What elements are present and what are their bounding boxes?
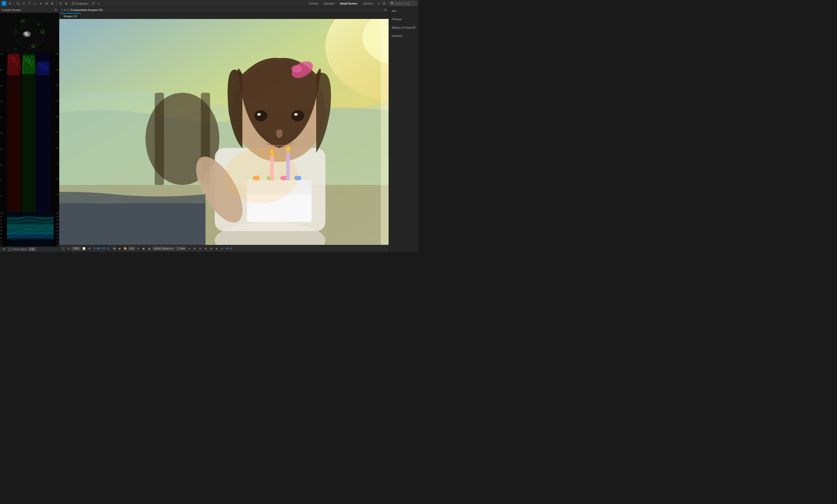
show-snapshot-icon[interactable]: ◉ [118,247,122,251]
comp-close-icon[interactable]: ✕ [61,8,63,11]
pixel-aspect-icon[interactable]: ⊟ [198,247,202,251]
svg-point-56 [294,113,298,116]
puppet-tool[interactable]: ⊛ [44,1,49,6]
svg-rect-45 [155,93,164,185]
svg-text:R: R [42,31,43,33]
rect-tool[interactable]: ⬛ [15,1,20,6]
rgb-parade-scope: 100908070605040302010 255230204178153128… [0,53,59,212]
view-select[interactable]: 1 View [176,247,186,250]
tab-default[interactable]: Default [307,1,320,6]
preview-area [59,19,389,245]
preview-timecode: 0:00:15:21 [94,247,110,250]
svg-rect-39 [7,232,54,239]
top-toolbar: V A ⬛ ✏ T ∾ ♦ ⊛ ⊗ ↺ ⊕ ✓ Snapping ⟳ ⌖ Def… [0,0,418,7]
svg-point-67 [224,148,298,203]
comp-header: ✕ ■ ⬛ Composition Scopes CU ☰ [59,7,389,13]
svg-point-23 [26,34,29,36]
rotate-tool[interactable]: ↺ [58,1,63,6]
transparency-icon[interactable]: ▣ [141,247,146,251]
snapping-label: Snapping [76,2,88,5]
workspace-icon[interactable]: ⊟ [382,1,387,6]
fit-icon[interactable]: ⬜ [82,247,86,251]
svg-point-52 [291,65,302,72]
lumetri-scopes-panel: Lumetri Scopes ☰ R [0,7,59,252]
comp-title: Composition Scopes CU [71,8,103,12]
effects-presets-label: Effects & Presets [392,26,413,29]
svg-text:Cy: Cy [15,48,17,50]
roto-tool[interactable]: ⊗ [50,1,55,6]
lumetri-menu-icon[interactable]: ☰ [55,8,57,11]
camera-dropdown-icon: ▼ [171,247,174,250]
text-tool[interactable]: T [27,1,32,6]
track-tool[interactable]: ⌖ [96,1,102,6]
preview-settings-icon[interactable]: ⊟ [66,247,71,251]
eraser-tool[interactable]: ∾ [33,1,38,6]
right-panel: Info Preview Effects & Presets ☰ Librari… [389,7,418,252]
quality-down-arrow[interactable]: ▼ [136,247,140,251]
more-workspaces[interactable]: » [376,1,381,6]
grid-icon[interactable]: ⊞ [87,247,92,251]
motion-tool[interactable]: ⟳ [91,1,96,6]
main-layout: Lumetri Scopes ☰ R [0,7,418,252]
preview-scene [59,19,389,245]
svg-rect-27 [23,55,34,74]
zoom-tool[interactable]: ⊕ [64,1,69,6]
effects-presets-panel-item[interactable]: Effects & Presets ☰ [389,23,418,32]
snapshot-icon[interactable]: 📷 [112,247,117,251]
divider4 [89,1,89,5]
toggle-masks-icon[interactable]: ◪ [147,247,152,251]
exposure-value: +0.0 [225,247,232,250]
search-input[interactable] [395,2,415,5]
preview-panel-item[interactable]: Preview [389,15,418,23]
info-panel-item[interactable]: Info [389,7,418,15]
lumetri-title: Lumetri Scopes [2,8,21,12]
waveform-svg [7,212,54,247]
preview-toolbar: ⬛ ⊟ 109% ⬜ ⊞ 0:00:15:21 📷 ◉ 🎨 Full ▼ ▣ ◪… [59,245,389,252]
svg-point-53 [254,110,267,121]
svg-rect-26 [22,53,36,212]
color-icon[interactable]: 🎨 [123,247,127,251]
bit-select[interactable]: 8 Bit [28,247,36,251]
pen-tool[interactable]: A [7,1,12,6]
snapping-checkbox[interactable]: ✓ [72,2,75,5]
scope-settings-icon[interactable]: ⚙ [1,247,6,252]
camera-select[interactable]: Active Camera ▼ [153,247,175,250]
svg-text:Mg: Mg [37,23,40,25]
safe-zones-icon[interactable]: ⊞ [203,247,208,251]
zoom-select[interactable]: 109% [72,247,81,250]
comp-menu-icon[interactable]: ☰ [385,8,387,11]
effects-presets-menu-icon[interactable]: ☰ [413,26,415,29]
toggle-view-icon[interactable]: ⊞ [193,247,197,251]
exposure-icon[interactable]: ⊙ [220,247,224,251]
svg-rect-24 [7,53,21,212]
search-area[interactable]: 🔍 [389,1,417,6]
tab-libraries[interactable]: Libraries [360,1,376,6]
always-preview-icon[interactable]: ⬛ [61,247,65,251]
comp-tab-scopes-cu[interactable]: Scopes CU [60,13,81,19]
center-panel: ✕ ■ ⬛ Composition Scopes CU ☰ Scopes CU [59,7,389,252]
svg-point-54 [291,110,304,121]
brush-tool[interactable]: ✏ [21,1,26,6]
stamp-tool[interactable]: ♦ [38,1,43,6]
svg-rect-28 [36,53,50,212]
select-tool[interactable]: V [1,1,6,6]
rgb-parade-svg [7,53,54,212]
quality-select[interactable]: Full [128,247,135,250]
tab-standard[interactable]: Standard [321,1,337,6]
svg-text:Yl: Yl [15,31,17,33]
libraries-panel-item[interactable]: Libraries [389,32,418,40]
view-dropdown-icon[interactable]: ▼ [187,247,192,251]
svg-text:B: B [33,46,34,47]
workspace-tabs: Default Standard Small Screen Libraries … [307,1,387,6]
svg-rect-29 [37,61,49,75]
vectorscope-svg: R G B Mg Cy Yl [0,13,59,53]
comp-tabs: Scopes CU [59,13,389,19]
waveform-monitor: 100908070605040302010 235213191169147126… [0,212,59,247]
grid-overlay-icon[interactable]: ⊞ [209,247,213,251]
clamp-checkbox[interactable]: ✓ [8,248,11,251]
tab-small-screen[interactable]: Small Screen [338,1,360,6]
channel-icon[interactable]: ⊕ [214,247,219,251]
svg-point-55 [257,113,261,116]
svg-rect-25 [8,54,19,75]
camera-label: Active Camera [154,247,171,250]
